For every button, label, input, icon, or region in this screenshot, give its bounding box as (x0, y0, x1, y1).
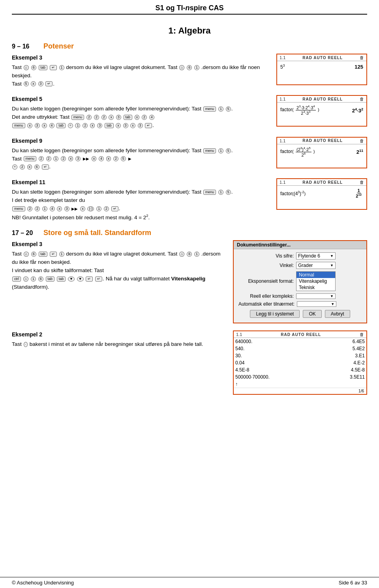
dropdown-eksponensielt[interactable]: Normal Vitenskapelig Teknisk (296, 271, 336, 291)
key-x-9d: x (27, 164, 32, 170)
subsection-2-num: 17 – 20 (12, 230, 36, 237)
calc-screen-ex2-header: 1.1 RAD AUTO REELL 🗑 (234, 331, 366, 338)
dialog-dokumentinnstillinger: Dokumentinnstillinger... Vis sifre: Flyt… (233, 240, 367, 323)
key-neg-11: (-) (87, 206, 94, 211)
key-2-9a: 2 (39, 156, 44, 161)
calc-status-2: RAD AUTO REELL (281, 332, 321, 337)
key-5-11: 5 (226, 190, 231, 195)
dropdown-item-normal-selected[interactable]: Normal (296, 272, 335, 278)
calc-screen-ex9-header: 1.1 RAD AUTO REELL 🗑 (277, 138, 366, 144)
calc-screen-ex2: 1.1 RAD AUTO REELL 🗑 640000. 6.4E5 540. … (233, 330, 367, 395)
btn-avbryt[interactable]: Avbryt (325, 310, 350, 318)
key-1c: 1 (75, 123, 80, 128)
key-6-b3: 6 (38, 276, 43, 282)
example-5: Eksempel 5 Du kan slette loggen (beregni… (12, 95, 367, 129)
example-5-title: Eksempel 5 (12, 95, 269, 104)
arrow-right-11a: ▶▶ (71, 206, 78, 212)
example-5-text: Eksempel 5 Du kan slette loggen (beregni… (12, 95, 269, 129)
btn-legg-til[interactable]: Legg til i systemet (250, 310, 300, 318)
dialog-title-bar: Dokumentinnstillinger... (234, 241, 366, 249)
calc-result: 125 (355, 64, 363, 70)
dialog-row-automatisk: Automatisk eller tilnærmet: ▼ (238, 301, 362, 307)
calc-screen-ex11: 1.1 RAD AUTO REELL 🗑 factor((43)-2) 1 21… (276, 178, 367, 210)
example-11-line1: Du kan slette loggen (beregninger som al… (12, 188, 269, 196)
example-3-bottom-line3: ctrl ⌂ 1 6 tab tab ▼ ▼ ↵ ↵. Nå har du va… (12, 275, 226, 291)
calc-result-2-1: 6.4E5 (323, 338, 366, 345)
label-reell: Reell eller kompleks: (238, 293, 294, 299)
calc-result-11: 1 212 (354, 188, 363, 198)
key-x3: x (27, 123, 32, 128)
calc-result-2-2: 5.4E2 (323, 345, 366, 352)
calc-page-indicator: 1/6 (234, 388, 366, 394)
calc-table: 640000. 6.4E5 540. 5.4E2 30. 3.E1 0.04 4… (234, 338, 366, 388)
example-2-title: Eksempel 2 (12, 330, 226, 339)
key-1b: 1 (194, 65, 199, 70)
label-vinkel: Vinkel: (238, 263, 294, 268)
key-div-9: ÷ (12, 164, 17, 170)
key-5: 5 (24, 81, 29, 86)
select-vinkel-value: Grader (298, 263, 313, 268)
btn-ok[interactable]: OK (303, 310, 321, 318)
key-enter3: ↵ (145, 123, 152, 128)
dropdown-item-vitenskapelig[interactable]: Vitenskapelig (296, 278, 335, 284)
trash-icon-9: 🗑 (360, 138, 364, 143)
calc-status: RAD AUTO REELL (302, 56, 343, 60)
key-x2: x (135, 115, 140, 120)
trash-icon-11: 🗑 (360, 180, 364, 185)
key-1-b2: 1 (194, 252, 199, 257)
key-x: x (31, 81, 36, 86)
key-2-9c: 2 (61, 156, 66, 161)
calc-row-ex5: factor( 23·3·24·34 23·33 ) 24·32 (280, 105, 363, 116)
table-row: ↑ (234, 381, 366, 388)
select-vis-sifre[interactable]: Flytende 6 ▼ (296, 252, 336, 259)
key-ctrl-b: ctrl (12, 276, 21, 282)
calc-screen-ex3-top-body: 53 125 (277, 61, 366, 72)
key-menu11-2: menu (12, 206, 25, 211)
label-automatisk: Automatisk eller tilnærmet: (238, 301, 295, 307)
dropdown-item-teknisk[interactable]: Teknisk (296, 284, 335, 291)
example-11: Eksempel 11 Du kan slette loggen (beregn… (12, 178, 367, 222)
trash-icon-2: 🗑 (360, 332, 364, 337)
calc-screen-ex11-header: 1.1 RAD AUTO REELL 🗑 (277, 179, 366, 186)
calc-expr-2-3: 30. (234, 352, 323, 359)
select-automatisk[interactable]: ▼ (297, 301, 336, 307)
key-x-11a: x (57, 206, 62, 211)
dialog-row-eksponensielt: Eksponensielt format: Normal Vitenskapel… (238, 271, 362, 291)
calc-expr-2-2: 540. (234, 345, 323, 352)
calc-result-2-5: 4.5E-8 (323, 366, 366, 373)
footer-page: Side 6 av 33 (339, 580, 367, 586)
key-3-9a: 3 (75, 156, 81, 161)
key-div: ÷ (68, 123, 73, 128)
example-11-nb: NB! Grunntallet i potensen blir redusert… (12, 213, 269, 222)
example-3-top-text: Eksempel 3 Tast ⌂ 6 tab ↵ 1 dersom du ik… (12, 54, 269, 88)
select-vinkel-arrow: ▼ (330, 263, 334, 267)
frac-9: (23)4·25 26 (296, 147, 311, 157)
footer-copyright: © Aschehoug Undervisning (12, 580, 74, 586)
example-5-line2: Det andre uttrykket: Tast menu 2 2 2 x 3… (12, 113, 269, 121)
key-4-9a: 4 (99, 156, 104, 161)
calc-expr-9: factor( (23)4·25 26 ) (280, 147, 315, 157)
calc-screen-ex3-top: 1.1 RAD AUTO REELL 🗑 53 125 (276, 54, 367, 85)
key-enter1: ↵ (50, 65, 57, 70)
key-1-9: 1 (218, 148, 223, 153)
example-2: Eksempel 2 Tast · bakerst i minst et av … (12, 330, 367, 395)
calc-screen-ex5-header: 1.1 RAD AUTO REELL 🗑 (277, 96, 366, 103)
key-2-9e: 2 (20, 164, 25, 170)
calc-screen-ex5-body: factor( 23·3·24·34 23·33 ) 24·32 (277, 103, 366, 118)
calc-expr-2-4: 0.04 (234, 359, 323, 366)
calc-expr-5: factor( 23·3·24·34 23·33 ) (280, 105, 319, 116)
calc-row-ex9: factor( (23)4·25 26 ) 211 (280, 147, 363, 157)
key-menu: menu (203, 106, 216, 112)
calc-screen-ex5: 1.1 RAD AUTO REELL 🗑 factor( 23·3·24·34 … (276, 95, 367, 127)
example-9-text: Eksempel 9 Du kan slette loggen (beregni… (12, 137, 269, 171)
select-vinkel[interactable]: Grader ▼ (296, 262, 336, 269)
key-1-11c: 1 (96, 206, 101, 211)
key-6-9: 6 (34, 164, 39, 170)
key-1-9b: 1 (53, 156, 58, 161)
select-reell[interactable]: ▼ (296, 293, 336, 299)
key-6: 6 (31, 65, 36, 70)
key-x4: x (42, 123, 47, 128)
calc-screen-ex11-body: factor((43)-2) 1 212 (277, 186, 366, 201)
main-content: 1: Algebra 9 – 16 Potenser Eksempel 3 Ta… (0, 15, 379, 426)
key-tab-b3a: tab (46, 276, 55, 282)
